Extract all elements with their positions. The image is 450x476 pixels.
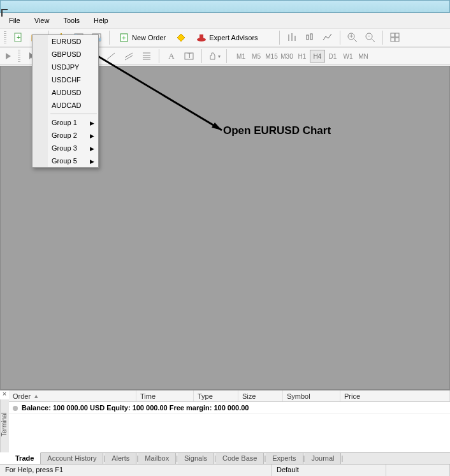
diamond-icon xyxy=(176,33,186,43)
line-chart-button[interactable] xyxy=(321,31,335,45)
menu-view[interactable]: View xyxy=(28,15,56,26)
menu-item-audcad[interactable]: AUDCAD xyxy=(33,99,98,112)
menu-item-gbpusd[interactable]: GBPUSD xyxy=(33,48,98,61)
trendline-button[interactable] xyxy=(104,49,118,63)
expert-advisors-button[interactable]: Expert Advisors xyxy=(192,31,262,45)
tf-w1[interactable]: W1 xyxy=(340,50,356,63)
header-size[interactable]: Size xyxy=(238,390,283,401)
bar-chart-button[interactable] xyxy=(285,31,299,45)
arrange-windows-button[interactable] xyxy=(388,31,402,45)
channel-button[interactable] xyxy=(122,49,136,63)
tf-m15[interactable]: M15 xyxy=(264,50,279,63)
toolbar-separator xyxy=(279,31,280,45)
channel-icon xyxy=(124,51,134,61)
tab-journal[interactable]: Journal xyxy=(305,453,341,464)
menu-item-group2[interactable]: Group 2▶ xyxy=(33,129,98,142)
tab-alerts[interactable]: Alerts xyxy=(105,453,136,464)
toolbar-separator xyxy=(340,31,340,45)
chart-tab-gutter[interactable] xyxy=(4,47,14,66)
toolbar-separator xyxy=(159,49,159,63)
header-label: Order xyxy=(13,392,31,400)
svg-marker-28 xyxy=(6,53,11,59)
tf-h4[interactable]: H4 xyxy=(310,50,325,63)
tf-m1[interactable]: M1 xyxy=(233,50,249,63)
svg-rect-26 xyxy=(391,38,395,41)
expert-advisors-label: Expert Advisors xyxy=(209,34,258,41)
chevron-right-icon: ▶ xyxy=(90,120,94,126)
text-label-button[interactable]: T xyxy=(182,49,196,63)
order-plus-icon: + xyxy=(119,33,129,43)
menu-item-eurusd[interactable]: EURUSD xyxy=(33,35,98,48)
toolbar-grip[interactable] xyxy=(18,50,20,63)
new-order-button[interactable]: + New Order xyxy=(115,31,170,45)
menu-divider xyxy=(50,114,97,114)
terminal-headers: Order ▴ Time Type Size Symbol Price xyxy=(9,390,450,402)
menu-item-group1[interactable]: Group 1▶ xyxy=(33,116,98,129)
terminal-side-label: Terminal xyxy=(0,399,9,452)
zoom-out-icon: - xyxy=(365,33,375,43)
tab-trade[interactable]: Trade xyxy=(9,452,41,464)
line-chart-icon xyxy=(323,33,333,43)
terminal-tabs: Trade Account History| Alerts| Mailbox| … xyxy=(9,452,450,464)
group-label: Group 3 xyxy=(52,144,77,152)
zoom-out-button[interactable]: - xyxy=(363,31,377,45)
balance-text: Balance: 100 000.00 USD Equity: 100 000.… xyxy=(22,404,249,412)
header-price[interactable]: Price xyxy=(340,390,450,401)
terminal-close-button[interactable]: × xyxy=(1,391,8,398)
menu-item-group5[interactable]: Group 5▶ xyxy=(33,154,98,167)
svg-rect-12 xyxy=(200,34,203,40)
tf-mn[interactable]: MN xyxy=(356,50,371,63)
menu-tools[interactable]: Tools xyxy=(57,15,86,26)
tf-m30[interactable]: M30 xyxy=(279,50,294,63)
annotation-label: Open EURUSD Chart xyxy=(223,124,331,137)
candlestick-button[interactable] xyxy=(303,31,317,45)
svg-line-22 xyxy=(372,39,375,42)
svg-rect-27 xyxy=(395,38,399,41)
tab-signals[interactable]: Signals xyxy=(178,453,214,464)
new-chart-button[interactable]: + xyxy=(11,31,25,45)
terminal-panel: × Terminal Order ▴ Time Type Size Symbol… xyxy=(0,390,450,464)
menu-item-group3[interactable]: Group 3▶ xyxy=(33,142,98,154)
fibo-button[interactable] xyxy=(140,49,154,63)
svg-text:+: + xyxy=(122,34,126,41)
menu-item-usdjpy[interactable]: USDJPY xyxy=(33,61,98,73)
zoom-in-button[interactable]: + xyxy=(345,31,359,45)
menu-item-usdchf[interactable]: USDCHF xyxy=(33,73,98,86)
header-order[interactable]: Order ▴ xyxy=(9,390,136,401)
tf-d1[interactable]: D1 xyxy=(325,50,340,63)
balance-row[interactable]: Balance: 100 000.00 USD Equity: 100 000.… xyxy=(9,402,450,414)
candlestick-icon xyxy=(305,33,315,43)
svg-rect-24 xyxy=(391,33,395,37)
tab-code-base[interactable]: Code Base xyxy=(216,453,264,464)
status-profile[interactable]: Default xyxy=(272,465,386,476)
menu-help[interactable]: Help xyxy=(87,15,115,26)
trendline-icon xyxy=(106,51,116,61)
group-label: Group 2 xyxy=(52,131,77,139)
menu-item-audusd[interactable]: AUDUSD xyxy=(33,86,98,99)
svg-line-36 xyxy=(125,56,133,60)
header-type[interactable]: Type xyxy=(194,390,238,401)
tab-account-history[interactable]: Account History xyxy=(41,453,103,464)
tab-mailbox[interactable]: Mailbox xyxy=(138,453,176,464)
chevron-right-icon: ▶ xyxy=(90,145,94,152)
shapes-button[interactable]: ▾ xyxy=(207,49,221,63)
toolbar-grip[interactable] xyxy=(4,31,6,44)
thumbs-up-icon xyxy=(208,51,218,61)
toolbar-separator xyxy=(109,31,110,45)
group-label: Group 1 xyxy=(52,119,77,126)
autotrading-button[interactable] xyxy=(174,31,188,45)
terminal-body: Balance: 100 000.00 USD Equity: 100 000.… xyxy=(9,402,450,452)
chevron-right-icon: ▶ xyxy=(90,158,94,165)
svg-line-34 xyxy=(107,53,115,59)
text-button[interactable]: A xyxy=(164,49,178,63)
tab-experts[interactable]: Experts xyxy=(266,453,303,464)
status-help: For Help, press F1 xyxy=(0,465,272,476)
tf-m5[interactable]: M5 xyxy=(249,50,264,63)
text-label-icon: T xyxy=(184,51,194,61)
group-label: Group 5 xyxy=(52,157,77,165)
header-symbol[interactable]: Symbol xyxy=(283,390,340,401)
tf-h1[interactable]: H1 xyxy=(294,50,310,63)
header-time[interactable]: Time xyxy=(136,390,194,401)
bar-chart-icon xyxy=(287,33,297,43)
toolbar-separator xyxy=(382,31,383,45)
